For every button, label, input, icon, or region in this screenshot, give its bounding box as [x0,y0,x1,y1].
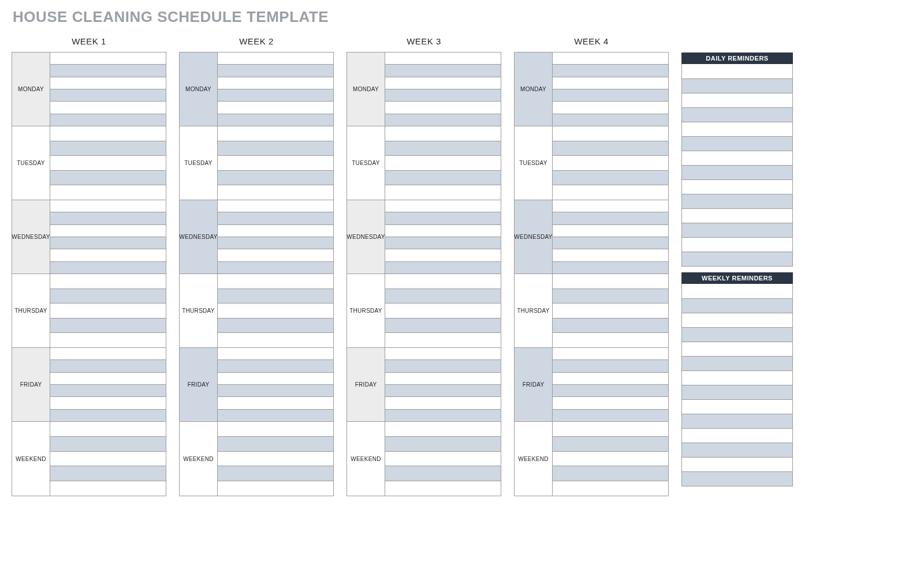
task-slot[interactable] [553,156,668,171]
task-slot[interactable] [218,319,333,334]
task-slot[interactable] [50,397,166,409]
task-slot[interactable] [385,437,501,452]
task-slot[interactable] [553,89,668,102]
task-slot[interactable] [218,385,333,397]
task-slot[interactable] [50,385,166,397]
task-slot[interactable] [385,422,501,437]
reminder-row[interactable] [682,471,792,486]
task-slot[interactable] [553,171,668,186]
task-slot[interactable] [385,53,501,65]
reminder-row[interactable] [682,194,792,208]
task-slot[interactable] [218,89,333,102]
reminder-row[interactable] [682,443,792,457]
task-slot[interactable] [218,397,333,409]
task-slot[interactable] [553,333,668,347]
task-slot[interactable] [218,225,333,237]
task-slot[interactable] [50,262,166,273]
task-slot[interactable] [50,102,166,114]
task-slot[interactable] [553,53,668,65]
task-slot[interactable] [553,262,668,273]
reminder-row[interactable] [682,223,792,237]
task-slot[interactable] [218,212,333,224]
task-slot[interactable] [553,437,668,452]
task-slot[interactable] [218,481,333,496]
task-slot[interactable] [50,171,166,186]
task-slot[interactable] [385,185,501,200]
task-slot[interactable] [385,348,501,360]
task-slot[interactable] [385,262,501,273]
task-slot[interactable] [50,274,166,289]
task-slot[interactable] [218,466,333,481]
task-slot[interactable] [218,437,333,452]
task-slot[interactable] [553,373,668,385]
task-slot[interactable] [553,102,668,114]
reminder-row[interactable] [682,107,792,122]
task-slot[interactable] [218,185,333,200]
reminder-row[interactable] [682,298,792,313]
task-slot[interactable] [50,65,166,77]
task-slot[interactable] [385,385,501,397]
task-slot[interactable] [50,77,166,89]
task-slot[interactable] [50,360,166,372]
task-slot[interactable] [218,348,333,360]
task-slot[interactable] [553,304,668,319]
task-slot[interactable] [50,200,166,212]
reminder-row[interactable] [682,399,792,414]
task-slot[interactable] [553,249,668,261]
task-slot[interactable] [50,452,166,467]
task-slot[interactable] [50,53,166,65]
task-slot[interactable] [218,373,333,385]
task-slot[interactable] [385,373,501,385]
reminder-row[interactable] [682,93,792,107]
task-slot[interactable] [385,319,501,334]
task-slot[interactable] [553,237,668,249]
task-slot[interactable] [218,360,333,372]
task-slot[interactable] [553,126,668,141]
task-slot[interactable] [218,77,333,89]
task-slot[interactable] [218,333,333,347]
task-slot[interactable] [385,171,501,186]
task-slot[interactable] [553,200,668,212]
task-slot[interactable] [50,249,166,261]
task-slot[interactable] [50,304,166,319]
task-slot[interactable] [385,481,501,496]
task-slot[interactable] [50,437,166,452]
reminder-row[interactable] [682,237,792,252]
task-slot[interactable] [50,114,166,126]
task-slot[interactable] [385,466,501,481]
task-slot[interactable] [218,289,333,304]
task-slot[interactable] [385,77,501,89]
task-slot[interactable] [385,304,501,319]
task-slot[interactable] [553,481,668,496]
task-slot[interactable] [50,126,166,141]
task-slot[interactable] [385,200,501,212]
task-slot[interactable] [50,422,166,437]
task-slot[interactable] [385,289,501,304]
task-slot[interactable] [385,225,501,237]
task-slot[interactable] [553,114,668,126]
task-slot[interactable] [385,333,501,347]
task-slot[interactable] [218,262,333,273]
task-slot[interactable] [553,185,668,200]
reminder-row[interactable] [682,356,792,370]
reminder-row[interactable] [682,428,792,443]
reminder-row[interactable] [682,327,792,342]
reminder-row[interactable] [682,78,792,93]
task-slot[interactable] [50,319,166,334]
task-slot[interactable] [218,65,333,77]
task-slot[interactable] [385,212,501,224]
task-slot[interactable] [553,397,668,409]
task-slot[interactable] [218,410,333,421]
task-slot[interactable] [553,319,668,334]
task-slot[interactable] [218,141,333,156]
task-slot[interactable] [553,422,668,437]
task-slot[interactable] [50,156,166,171]
task-slot[interactable] [553,360,668,372]
task-slot[interactable] [218,171,333,186]
task-slot[interactable] [385,89,501,102]
task-slot[interactable] [218,422,333,437]
reminder-row[interactable] [682,208,792,223]
task-slot[interactable] [385,102,501,114]
reminder-row[interactable] [682,179,792,194]
task-slot[interactable] [50,141,166,156]
